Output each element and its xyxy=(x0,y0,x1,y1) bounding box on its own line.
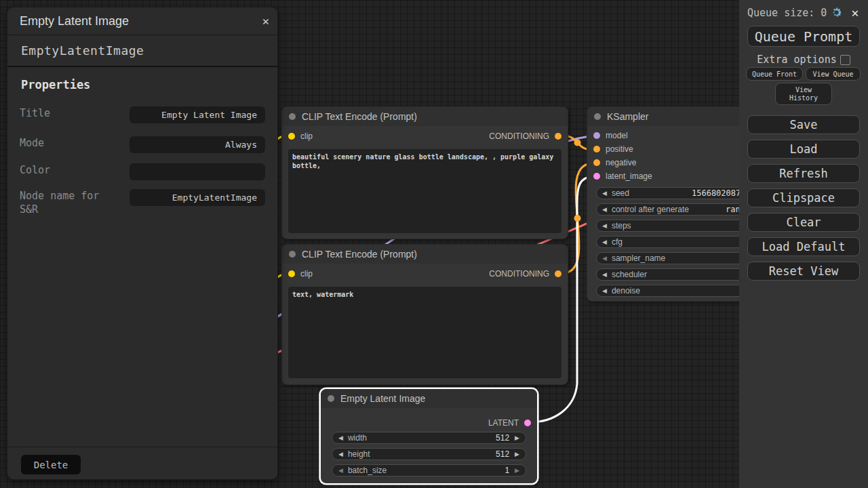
queue-front-button[interactable]: Queue Front xyxy=(746,67,803,81)
decrement-icon[interactable]: ◀ xyxy=(602,223,607,229)
increment-icon[interactable]: ▶ xyxy=(515,451,519,458)
comfyui-app: CLIP Text Encode (Prompt) clip CONDITION… xyxy=(0,0,868,488)
node-header[interactable]: KSampler xyxy=(587,107,739,126)
decrement-icon[interactable]: ◀ xyxy=(338,468,343,474)
clear-button[interactable]: Clear xyxy=(747,213,860,232)
decrement-icon[interactable]: ◀ xyxy=(602,239,607,245)
clipspace-button[interactable]: Clipspace xyxy=(747,188,860,207)
node-header[interactable]: CLIP Text Encode (Prompt) xyxy=(282,107,568,126)
conditioning-output-label: CONDITIONING xyxy=(489,131,549,141)
node-empty-latent-image[interactable]: Empty Latent Image LATENT ◀ width 512 ▶ … xyxy=(320,388,538,484)
node-type-label: EmptyLatentImage xyxy=(21,43,144,58)
mode-field-label: Mode xyxy=(20,136,121,150)
node-collapse-dot[interactable] xyxy=(328,395,334,402)
extra-options-checkbox[interactable] xyxy=(840,55,850,65)
link-midpoint-dot[interactable] xyxy=(574,215,581,222)
control-after-generate-widget[interactable]: ◀ control after generate randomize xyxy=(596,203,739,216)
close-icon[interactable]: ✕ xyxy=(262,16,269,27)
seed-value: 1566802087 xyxy=(692,188,739,199)
steps-widget[interactable]: ◀ steps xyxy=(596,220,739,232)
node-header[interactable]: CLIP Text Encode (Prompt) xyxy=(282,245,568,264)
view-queue-button[interactable]: View Queue xyxy=(806,67,861,81)
color-field-label: Color xyxy=(20,163,121,177)
comfy-menu: Queue size: 0 ✕ Queue Prompt Extra optio… xyxy=(739,0,868,488)
node-collapse-dot[interactable] xyxy=(289,251,296,258)
positive-input-label: positive xyxy=(606,144,633,154)
node-name-field-label: Node name for S&R xyxy=(20,189,121,216)
node-collapse-dot[interactable] xyxy=(289,113,296,120)
title-field-label: Title xyxy=(20,106,121,120)
node-clip-text-encode-negative[interactable]: CLIP Text Encode (Prompt) clip CONDITION… xyxy=(281,244,568,385)
extra-options-label: Extra options xyxy=(757,54,836,66)
width-widget[interactable]: ◀ width 512 ▶ xyxy=(332,432,526,444)
refresh-button[interactable]: Refresh xyxy=(747,164,860,183)
batch-size-value: 1 xyxy=(505,466,509,475)
queue-size-label: Queue size: 0 xyxy=(747,7,827,19)
model-input-label: model xyxy=(606,131,628,140)
properties-section-title: Properties xyxy=(21,78,277,92)
node-title: Empty Latent Image xyxy=(340,393,425,404)
decrement-icon[interactable]: ◀ xyxy=(602,288,607,294)
denoise-widget[interactable]: ◀ denoise xyxy=(596,285,739,297)
decrement-icon[interactable]: ◀ xyxy=(338,451,343,458)
delete-node-button[interactable]: Delete xyxy=(21,455,81,474)
decrement-icon[interactable]: ◀ xyxy=(602,272,607,278)
load-default-button[interactable]: Load Default xyxy=(747,237,860,256)
increment-icon[interactable]: ▶ xyxy=(515,435,519,441)
save-button[interactable]: Save xyxy=(747,115,860,134)
conditioning-output-slot[interactable] xyxy=(555,133,561,140)
seed-widget[interactable]: ◀ seed 1566802087 xyxy=(596,187,739,199)
panel-divider xyxy=(7,447,277,447)
color-field[interactable] xyxy=(130,163,265,180)
node-collapse-dot[interactable] xyxy=(594,113,601,120)
title-field[interactable]: Empty Latent Image xyxy=(130,106,265,123)
panel-title: Empty Latent Image xyxy=(20,14,129,28)
conditioning-output-label: CONDITIONING xyxy=(489,269,549,279)
model-input-slot[interactable] xyxy=(593,132,600,139)
clip-input-slot[interactable] xyxy=(288,270,295,277)
conditioning-output-slot[interactable] xyxy=(555,270,561,277)
node-title: CLIP Text Encode (Prompt) xyxy=(302,111,417,122)
view-history-button[interactable]: View History xyxy=(775,83,832,105)
node-clip-text-encode-positive[interactable]: CLIP Text Encode (Prompt) clip CONDITION… xyxy=(281,106,568,239)
clip-input-label: clip xyxy=(300,269,313,279)
latent-image-input-slot[interactable] xyxy=(593,173,600,180)
node-name-field[interactable]: EmptyLatentImage xyxy=(130,189,265,206)
clip-input-label: clip xyxy=(300,131,313,141)
scheduler-widget[interactable]: ◀ scheduler xyxy=(596,268,739,281)
decrement-icon[interactable]: ◀ xyxy=(602,190,607,197)
node-title: CLIP Text Encode (Prompt) xyxy=(302,249,417,260)
latent-output-label: LATENT xyxy=(488,418,519,428)
load-button[interactable]: Load xyxy=(747,140,860,159)
positive-input-slot[interactable] xyxy=(593,146,600,152)
increment-icon[interactable]: ▶ xyxy=(515,468,519,474)
latent-image-input-label: latent_image xyxy=(606,171,652,181)
settings-gear-icon[interactable] xyxy=(830,6,843,19)
close-menu-icon[interactable]: ✕ xyxy=(851,7,859,19)
height-widget[interactable]: ◀ height 512 ▶ xyxy=(332,448,526,460)
latent-output-slot[interactable] xyxy=(524,420,531,426)
height-value: 512 xyxy=(496,449,509,459)
negative-input-slot[interactable] xyxy=(593,159,600,166)
sampler-name-widget[interactable]: ◀ sampler_name xyxy=(596,252,739,264)
node-header[interactable]: Empty Latent Image xyxy=(321,389,537,408)
control-after-generate-value: randomize xyxy=(726,205,739,215)
batch-size-widget[interactable]: ◀ batch_size 1 ▶ xyxy=(332,464,526,476)
node-title: KSampler xyxy=(607,111,648,122)
cfg-widget[interactable]: ◀ cfg xyxy=(596,236,739,248)
queue-prompt-button[interactable]: Queue Prompt xyxy=(747,26,860,47)
width-value: 512 xyxy=(496,433,509,443)
link-midpoint-dot[interactable] xyxy=(574,140,581,146)
decrement-icon[interactable]: ◀ xyxy=(602,207,607,213)
clip-input-slot[interactable] xyxy=(288,133,295,140)
positive-prompt-textarea[interactable]: beautiful scenery nature glass bottle la… xyxy=(288,149,561,233)
node-ksampler[interactable]: KSampler model positive negative latent_… xyxy=(587,106,739,302)
negative-input-label: negative xyxy=(606,158,636,167)
mode-field[interactable]: Always xyxy=(130,136,265,153)
decrement-icon[interactable]: ◀ xyxy=(338,435,343,441)
decrement-icon[interactable]: ◀ xyxy=(602,256,607,262)
negative-prompt-textarea[interactable]: text, watermark xyxy=(288,287,561,378)
reset-view-button[interactable]: Reset View xyxy=(747,262,860,281)
node-properties-panel: Empty Latent Image ✕ EmptyLatentImage Pr… xyxy=(7,7,278,480)
